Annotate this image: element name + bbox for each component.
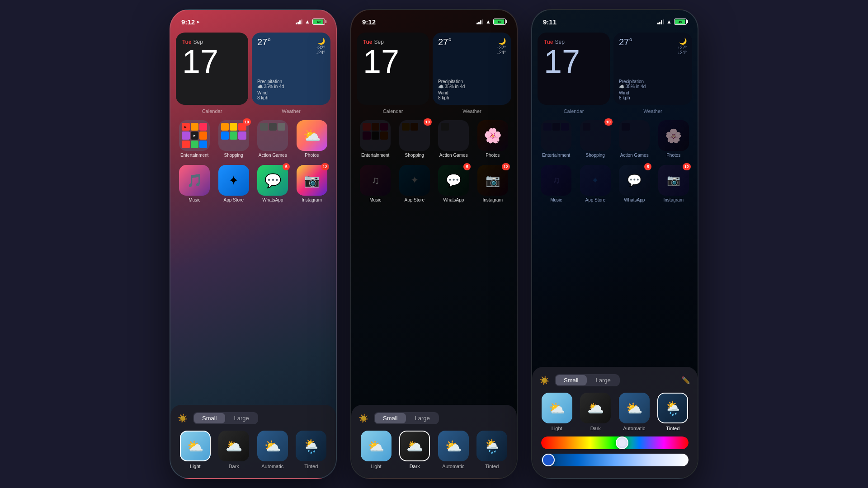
theme-tinted-icon-2: 🌦️ (484, 438, 500, 454)
app-entertainment-2[interactable]: Entertainment (357, 120, 394, 158)
widget-weather-2[interactable]: 27° 🌙 ↑32° ↓24° Precipitation ☁️ 35% in … (433, 33, 511, 105)
app-instagram-2[interactable]: 📷 12 Instagram (474, 165, 512, 202)
widget-weather-1[interactable]: 27° 🌙 ↑32° ↓24° Precipitation ☁️ 35% in … (252, 33, 330, 105)
app-instagram-1[interactable]: 📷 12 Instagram (293, 165, 331, 202)
battery-text-1: 49 (317, 20, 321, 23)
theme-light-2[interactable]: ⛅ Light (359, 431, 394, 469)
theme-tinted-icon-3: 🌦️ (665, 400, 681, 416)
instagram-icon-wrap-1: 📷 12 (297, 165, 327, 196)
app-whatsapp-1[interactable]: 💬 5 WhatsApp (254, 165, 292, 202)
theme-tinted-label-1: Tinted (304, 464, 318, 469)
app-actiongames-1[interactable]: Action Games (254, 120, 292, 158)
entertainment-label-2: Entertainment (361, 153, 389, 158)
blue-slider-wrap-3[interactable] (541, 454, 689, 466)
app-photos-3[interactable]: 🌸 Photos (655, 120, 693, 158)
whatsapp-label-1: WhatsApp (262, 197, 283, 202)
app-appstore-2[interactable]: ✦ App Store (396, 165, 434, 202)
d-mini-5 (372, 131, 379, 139)
ag-mini-2 (269, 123, 277, 131)
app-actiongames-3[interactable]: Action Games (616, 120, 653, 158)
d-mini-2 (372, 123, 379, 131)
widget-calendar-3[interactable]: Tue Sep 17 (538, 33, 610, 105)
app-appstore-3[interactable]: ✦ App Store (577, 165, 614, 202)
theme-light-label-1: Light (190, 464, 201, 469)
blue-slider-thumb-3[interactable] (542, 454, 555, 466)
app-shopping-3[interactable]: 10 Shopping (577, 120, 614, 158)
theme-light-3[interactable]: ⛅ Light (539, 393, 575, 431)
weather-label-1: Weather (252, 108, 330, 114)
app-photos-2[interactable]: 🌸 Photos (474, 120, 512, 158)
d-mini-1 (363, 123, 370, 131)
app-instagram-3[interactable]: 📷 12 Instagram (655, 165, 693, 202)
weather-icons-3: 🌙 ↑32° ↓24° (678, 37, 687, 55)
signal-bar-3-3 (661, 20, 662, 24)
appstore-emoji-3: ✦ (591, 175, 599, 186)
theme-dark-3[interactable]: 🌥️ Dark (578, 393, 613, 431)
weather-top-3: 27° 🌙 ↑32° ↓24° (619, 37, 687, 55)
widget-weather-3[interactable]: 27° 🌙 ↑32° ↓24° Precipitation ☁️ 35% in … (613, 33, 692, 105)
app-music-3[interactable]: ♫ Music (538, 165, 575, 202)
instagram-icon-wrap-3: 📷 12 (658, 165, 689, 196)
appstore-emoji-2: ✦ (410, 174, 419, 186)
size-small-1[interactable]: Small (194, 413, 225, 423)
widget-calendar-2[interactable]: Tue Sep 17 (357, 33, 429, 105)
theme-auto-1[interactable]: ⛅ Automatic (255, 431, 290, 469)
theme-auto-icon-wrap-1: ⛅ (257, 431, 288, 461)
ts-mini-1 (583, 123, 590, 131)
app-shopping-2[interactable]: 10 Shopping (396, 120, 434, 158)
appstore-icon-2: ✦ (399, 165, 430, 196)
theme-light-1[interactable]: ⛅ Light (178, 431, 213, 469)
rainbow-slider-thumb-3[interactable] (616, 436, 628, 449)
size-large-2[interactable]: Large (407, 413, 438, 423)
rainbow-slider-wrap-3[interactable] (541, 436, 689, 449)
widget-calendar-1[interactable]: Tue Sep 17 (176, 33, 248, 105)
appstore-label-3: App Store (585, 197, 605, 202)
theme-auto-label-3: Automatic (623, 426, 645, 431)
size-small-2[interactable]: Small (375, 413, 406, 423)
weather-wind-label-3: Wind (619, 90, 687, 95)
theme-tinted-2[interactable]: 🌦️ Tinted (475, 431, 510, 469)
photos-emoji-2: 🌸 (484, 127, 502, 144)
theme-auto-2[interactable]: ⛅ Automatic (436, 431, 471, 469)
shopping-label-1: Shopping (224, 153, 243, 158)
whatsapp-icon-wrap-3: 💬 5 (619, 165, 650, 196)
mini-5: ▶ (191, 131, 198, 139)
d-mini-4 (363, 131, 370, 139)
app-whatsapp-2[interactable]: 💬 5 WhatsApp (435, 165, 472, 202)
instagram-badge-3: 12 (683, 163, 691, 170)
app-music-1[interactable]: 🎵 Music (176, 165, 213, 202)
edit-icon-3[interactable]: ✏️ (681, 376, 690, 385)
theme-dark-2[interactable]: 🌥️ Dark (397, 431, 433, 469)
status-icons-2: ▲ 49 (476, 19, 506, 25)
size-small-3[interactable]: Small (556, 375, 587, 385)
appstore-icon-wrap-2: ✦ (399, 165, 430, 196)
signal-bars-3 (657, 19, 664, 24)
s-mini-4 (221, 131, 229, 139)
weather-wind-label-2: Wind (438, 90, 506, 95)
app-music-2[interactable]: ♫ Music (357, 165, 394, 202)
actiongames-label-3: Action Games (620, 153, 649, 158)
theme-auto-icon-wrap-2: ⛅ (438, 431, 469, 461)
app-photos-1[interactable]: ⛅ Photos (293, 120, 331, 158)
instagram-emoji-3: 📷 (667, 174, 680, 187)
theme-tinted-1[interactable]: 🌦️ Tinted (294, 431, 329, 469)
entertainment-icon-wrap-2 (360, 120, 391, 151)
music-label-1: Music (189, 197, 200, 202)
theme-auto-3[interactable]: ⛅ Automatic (617, 393, 652, 431)
app-whatsapp-3[interactable]: 💬 5 WhatsApp (616, 165, 653, 202)
s-mini-2 (230, 123, 237, 131)
theme-dark-1[interactable]: 🌥️ Dark (217, 431, 252, 469)
weather-precip-label-2: Precipitation (438, 79, 506, 84)
mini-8 (191, 141, 198, 148)
actiongames-folder-2 (438, 120, 469, 151)
whatsapp-icon-wrap-1: 💬 5 (257, 165, 288, 196)
size-large-1[interactable]: Large (226, 413, 257, 423)
app-entertainment-1[interactable]: ▶ ▶ Entertainment (176, 120, 213, 158)
theme-tinted-3[interactable]: 🌦️ Tinted (656, 393, 691, 431)
size-large-3[interactable]: Large (588, 375, 619, 385)
app-actiongames-2[interactable]: Action Games (435, 120, 472, 158)
app-shopping-1[interactable]: 10 Shopping (215, 120, 253, 158)
app-appstore-1[interactable]: ✦ App Store (215, 165, 253, 202)
app-entertainment-3[interactable]: Entertainment (538, 120, 575, 158)
whatsapp-badge-1: 5 (283, 163, 290, 170)
